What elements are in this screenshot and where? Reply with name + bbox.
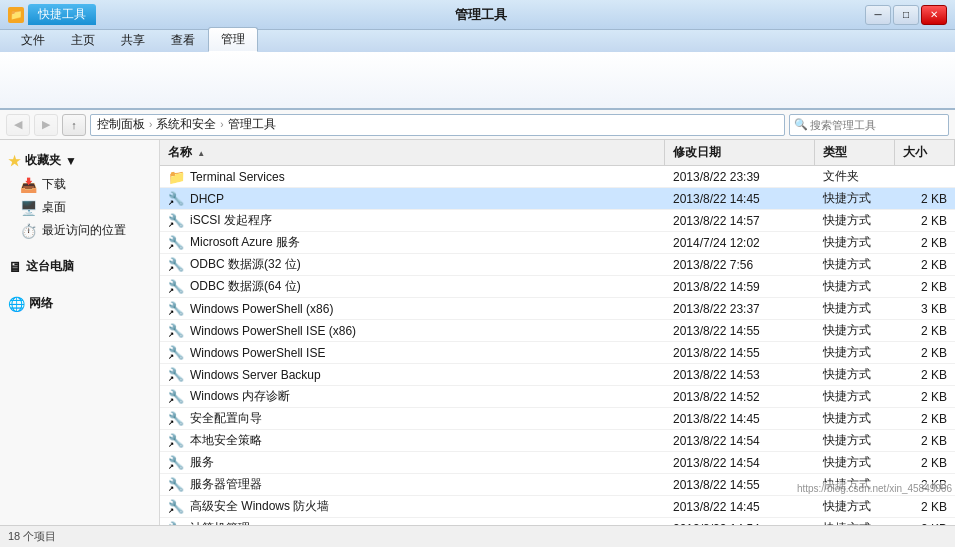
col-header-name[interactable]: 名称 ▲ [160,140,665,165]
file-cell-date: 2013/8/22 14:59 [665,278,815,296]
file-cell-name: 🔧 ↗ iSCSI 发起程序 [160,210,665,231]
file-cell-name: 🔧 ↗ Windows PowerShell ISE [160,343,665,363]
file-icon: 🔧 ↗ [168,389,184,405]
table-row[interactable]: 🔧 ↗ 本地安全策略 2013/8/22 14:54 快捷方式 2 KB [160,430,955,452]
file-area: 名称 ▲ 修改日期 类型 大小 📁 Terminal Services 2013… [160,140,955,525]
file-cell-date: 2013/8/22 14:54 [665,520,815,526]
ribbon-body [0,52,955,110]
search-box[interactable]: 🔍 [789,114,949,136]
file-cell-type: 快捷方式 [815,342,895,363]
tab-home[interactable]: 主页 [58,28,108,52]
table-row[interactable]: 🔧 ↗ Microsoft Azure 服务 2014/7/24 12:02 快… [160,232,955,254]
table-row[interactable]: 🔧 ↗ 计算机管理 2013/8/22 14:54 快捷方式 2 KB [160,518,955,525]
file-icon: 🔧 ↗ [168,279,184,295]
file-cell-type: 快捷方式 [815,210,895,231]
sidebar-item-desktop[interactable]: 🖥️ 桌面 [0,196,159,219]
title-bar: 📁 快捷工具 管理工具 ─ □ ✕ [0,0,955,30]
minimize-button[interactable]: ─ [865,5,891,25]
file-cell-date: 2013/8/22 14:55 [665,476,815,494]
table-row[interactable]: 🔧 ↗ Windows Server Backup 2013/8/22 14:5… [160,364,955,386]
address-path[interactable]: 控制面板 › 系统和安全 › 管理工具 [90,114,785,136]
up-button[interactable]: ↑ [62,114,86,136]
file-icon: 🔧 ↗ [168,213,184,229]
col-header-type[interactable]: 类型 [815,140,895,165]
address-bar: ◀ ▶ ↑ 控制面板 › 系统和安全 › 管理工具 🔍 [0,110,955,140]
file-name-text: 安全配置向导 [190,410,262,427]
sidebar-favorites-label: 收藏夹 [25,152,61,169]
sidebar-network-label: 网络 [29,295,53,312]
table-row[interactable]: 🔧 ↗ 服务 2013/8/22 14:54 快捷方式 2 KB [160,452,955,474]
file-cell-name: 🔧 ↗ Windows PowerShell (x86) [160,299,665,319]
sidebar-favorites-header[interactable]: ★ 收藏夹 ▼ [0,148,159,173]
close-button[interactable]: ✕ [921,5,947,25]
main-area: ★ 收藏夹 ▼ 📥 下载 🖥️ 桌面 ⏱️ 最近访问的位置 🖥 这台电脑 🌐 网… [0,140,955,525]
file-cell-size: 2 KB [895,388,955,406]
column-header: 名称 ▲ 修改日期 类型 大小 [160,140,955,166]
sidebar-item-recent[interactable]: ⏱️ 最近访问的位置 [0,219,159,242]
file-cell-name: 🔧 ↗ Windows 内存诊断 [160,386,665,407]
tab-manage[interactable]: 管理 [208,27,258,52]
search-input[interactable] [810,119,948,131]
file-name-text: Windows PowerShell (x86) [190,302,333,316]
file-cell-size: 2 KB [895,322,955,340]
back-button[interactable]: ◀ [6,114,30,136]
file-cell-type: 快捷方式 [815,364,895,385]
desktop-icon: 🖥️ [20,200,36,216]
file-cell-type: 快捷方式 [815,298,895,319]
table-row[interactable]: 🔧 ↗ iSCSI 发起程序 2013/8/22 14:57 快捷方式 2 KB [160,210,955,232]
file-cell-type: 文件夹 [815,166,895,187]
shortcut-icon: 🔧 ↗ [168,367,184,383]
file-name-text: ODBC 数据源(32 位) [190,256,301,273]
shortcut-icon: 🔧 ↗ [168,235,184,251]
maximize-button[interactable]: □ [893,5,919,25]
file-icon: 🔧 ↗ [168,455,184,471]
table-row[interactable]: 🔧 ↗ Windows PowerShell ISE (x86) 2013/8/… [160,320,955,342]
tab-view[interactable]: 查看 [158,28,208,52]
table-row[interactable]: 🔧 ↗ 安全配置向导 2013/8/22 14:45 快捷方式 2 KB [160,408,955,430]
table-row[interactable]: 🔧 ↗ DHCP 2013/8/22 14:45 快捷方式 2 KB [160,188,955,210]
status-text: 18 个项目 [8,529,56,544]
forward-button[interactable]: ▶ [34,114,58,136]
file-cell-size: 2 KB [895,278,955,296]
table-row[interactable]: 🔧 ↗ Windows PowerShell (x86) 2013/8/22 2… [160,298,955,320]
tab-file[interactable]: 文件 [8,28,58,52]
file-cell-date: 2013/8/22 14:45 [665,410,815,428]
file-icon: 🔧 ↗ [168,191,184,207]
file-cell-size [895,175,955,179]
sidebar-network-header[interactable]: 🌐 网络 [0,291,159,316]
file-cell-name: 🔧 ↗ ODBC 数据源(32 位) [160,254,665,275]
file-cell-size: 2 KB [895,212,955,230]
shortcut-icon: 🔧 ↗ [168,257,184,273]
file-cell-date: 2013/8/22 23:39 [665,168,815,186]
file-icon: 🔧 ↗ [168,323,184,339]
table-row[interactable]: 🔧 ↗ ODBC 数据源(32 位) 2013/8/22 7:56 快捷方式 2… [160,254,955,276]
shortcut-icon: 🔧 ↗ [168,279,184,295]
table-row[interactable]: 🔧 ↗ Windows PowerShell ISE 2013/8/22 14:… [160,342,955,364]
file-cell-name: 🔧 ↗ 高级安全 Windows 防火墙 [160,496,665,517]
file-cell-name: 🔧 ↗ 计算机管理 [160,518,665,525]
search-icon: 🔍 [794,118,808,131]
col-header-size[interactable]: 大小 [895,140,955,165]
table-row[interactable]: 🔧 ↗ 高级安全 Windows 防火墙 2013/8/22 14:45 快捷方… [160,496,955,518]
file-cell-date: 2013/8/22 14:53 [665,366,815,384]
path-part-3: 管理工具 [228,116,276,133]
col-header-date[interactable]: 修改日期 [665,140,815,165]
admin-shortcut-icon: 🔧 ↗ [168,499,184,515]
sidebar-downloads-label: 下载 [42,176,66,193]
window-controls[interactable]: ─ □ ✕ [865,5,947,25]
file-cell-type: 快捷方式 [815,254,895,275]
file-cell-name: 🔧 ↗ 安全配置向导 [160,408,665,429]
sidebar-item-downloads[interactable]: 📥 下载 [0,173,159,196]
table-row[interactable]: 📁 Terminal Services 2013/8/22 23:39 文件夹 [160,166,955,188]
file-cell-size: 2 KB [895,498,955,516]
shortcut-icon: 🔧 ↗ [168,213,184,229]
tab-share[interactable]: 共享 [108,28,158,52]
recent-icon: ⏱️ [20,223,36,239]
table-row[interactable]: 🔧 ↗ ODBC 数据源(64 位) 2013/8/22 14:59 快捷方式 … [160,276,955,298]
file-icon: 🔧 ↗ [168,301,184,317]
table-row[interactable]: 🔧 ↗ Windows 内存诊断 2013/8/22 14:52 快捷方式 2 … [160,386,955,408]
file-cell-type: 快捷方式 [815,232,895,253]
file-cell-date: 2013/8/22 14:45 [665,190,815,208]
file-cell-type: 快捷方式 [815,276,895,297]
sidebar-thispc-header[interactable]: 🖥 这台电脑 [0,254,159,279]
